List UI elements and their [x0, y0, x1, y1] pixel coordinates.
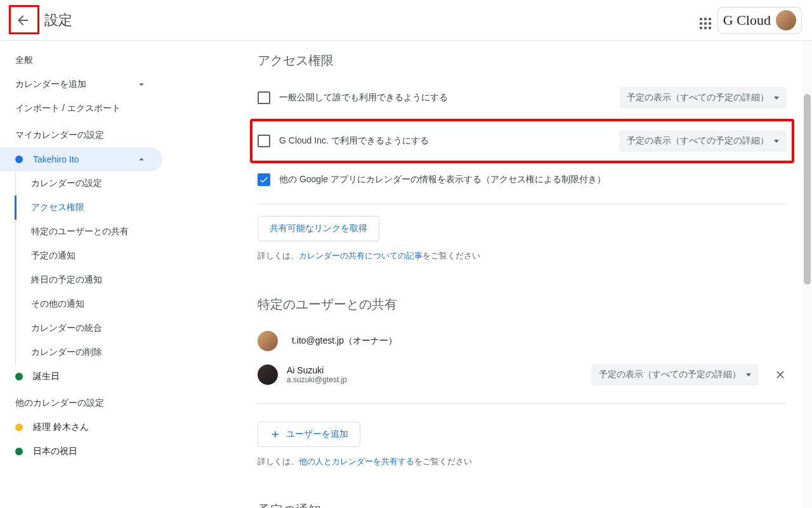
access-help-text: 詳しくは、カレンダーの共有についての記事をご覧ください: [258, 250, 787, 262]
sub-other-notifications[interactable]: その他の通知: [16, 292, 162, 316]
nav-add-calendar[interactable]: カレンダーを追加: [0, 72, 162, 97]
scrollbar-track[interactable]: [802, 41, 812, 508]
my-calendars-label: マイカレンダーの設定: [0, 121, 162, 147]
share-help-link[interactable]: 他の人とカレンダーを共有する: [299, 457, 414, 466]
chevron-up-icon: [136, 154, 147, 165]
get-shareable-link-button[interactable]: 共有可能なリンクを取得: [258, 216, 379, 241]
perm-public-dropdown[interactable]: 予定の表示（すべての予定の詳細）: [619, 87, 787, 109]
section-title-notif: 予定の通知: [258, 502, 787, 508]
sub-share-users[interactable]: 特定のユーザーとの共有: [16, 220, 162, 244]
share-help-text: 詳しくは、他の人とカレンダーを共有するをご覧ください: [258, 456, 787, 467]
dropdown-caret-icon: [774, 97, 779, 100]
perm-public-label: 一般公開して誰でも利用できるようにする: [279, 92, 610, 104]
calendar-item-birthday[interactable]: 誕生日: [0, 364, 162, 389]
check-icon: [259, 175, 269, 185]
checkbox-org[interactable]: [258, 135, 270, 147]
settings-main: アクセス権限 一般公開して誰でも利用できるようにする 予定の表示（すべての予定の…: [162, 41, 812, 508]
account-brand-chip[interactable]: G Cloud: [717, 7, 802, 34]
page-title: 設定: [44, 11, 72, 30]
avatar: [776, 10, 796, 30]
section-title-access: アクセス権限: [258, 52, 787, 69]
user-avatar: [258, 364, 278, 385]
back-button[interactable]: [10, 8, 36, 33]
calendar-sub-nav: カレンダーの設定 アクセス権限 特定のユーザーとの共有 予定の通知 終日の予定の…: [15, 171, 162, 364]
other-calendars-label: 他のカレンダーの設定: [0, 389, 162, 415]
calendar-item-takehiro[interactable]: Takehiro Ito: [0, 147, 162, 171]
calendar-color-dot: [15, 448, 23, 455]
sub-allday-notifications[interactable]: 終日の予定の通知: [16, 268, 162, 292]
dropdown-caret-icon: [746, 373, 751, 377]
share-user-row: Ai Suzuki a.suzuki@gtest.jp 予定の表示（すべての予定…: [258, 358, 787, 392]
apps-grid-icon[interactable]: [695, 13, 710, 28]
sub-calendar-delete[interactable]: カレンダーの削除: [16, 340, 162, 364]
user-name: Ai Suzuki: [287, 365, 582, 375]
plus-icon: [270, 429, 281, 440]
nav-general[interactable]: 全般: [0, 48, 162, 72]
section-title-share: 特定のユーザーとの共有: [258, 296, 787, 313]
calendar-color-dot: [15, 373, 23, 380]
owner-avatar: [258, 331, 278, 351]
brand-text: G Cloud: [723, 12, 771, 29]
perm-googleapps-label: 他の Google アプリにカレンダーの情報を表示する（アクセス権による制限付き…: [279, 174, 787, 185]
dropdown-caret-icon: [774, 140, 779, 143]
sub-access-permissions[interactable]: アクセス権限: [15, 196, 162, 220]
calendar-color-dot: [15, 156, 23, 163]
calendar-item-keiri[interactable]: 経理 鈴木さん: [0, 415, 162, 439]
divider: [258, 403, 787, 404]
sub-event-notifications[interactable]: 予定の通知: [16, 244, 162, 268]
calendar-item-holidays[interactable]: 日本の祝日: [0, 439, 162, 464]
share-user-permission-dropdown[interactable]: 予定の表示（すべての予定の詳細）: [591, 364, 759, 385]
user-email: a.suzuki@gtest.jp: [287, 375, 582, 384]
checkbox-googleapps[interactable]: [258, 173, 270, 186]
perm-public-row: 一般公開して誰でも利用できるようにする 予定の表示（すべての予定の詳細）: [258, 81, 787, 115]
scrollbar-thumb[interactable]: [804, 94, 811, 284]
sub-calendar-integrate[interactable]: カレンダーの統合: [16, 316, 162, 340]
access-help-link[interactable]: カレンダーの共有についての記事: [299, 251, 422, 260]
owner-email: t.ito@gtest.jp（オーナー）: [287, 335, 787, 347]
nav-import-export[interactable]: インポート / エクスポート: [0, 97, 162, 121]
perm-org-row: G Cloud Inc. で利用できるようにする 予定の表示（すべての予定の詳細…: [258, 130, 787, 152]
perm-googleapps-row: 他の Google アプリにカレンダーの情報を表示する（アクセス権による制限付き…: [258, 167, 787, 192]
perm-org-highlight: G Cloud Inc. で利用できるようにする 予定の表示（すべての予定の詳細…: [250, 119, 794, 163]
divider: [258, 204, 787, 204]
checkbox-public[interactable]: [258, 91, 270, 104]
calendar-color-dot: [15, 424, 23, 431]
sub-calendar-settings[interactable]: カレンダーの設定: [16, 171, 162, 196]
share-owner-row: t.ito@gtest.jp（オーナー）: [258, 324, 787, 358]
add-user-button[interactable]: ユーザーを追加: [258, 422, 360, 447]
settings-sidebar: 全般 カレンダーを追加 インポート / エクスポート マイカレンダーの設定 Ta…: [0, 41, 162, 508]
app-header: 設定 G Cloud: [0, 0, 812, 41]
chevron-down-icon: [136, 79, 147, 90]
perm-org-label: G Cloud Inc. で利用できるようにする: [279, 135, 610, 147]
remove-user-button[interactable]: [774, 368, 787, 381]
arrow-left-icon: [15, 13, 30, 28]
perm-org-dropdown[interactable]: 予定の表示（すべての予定の詳細）: [619, 130, 787, 152]
